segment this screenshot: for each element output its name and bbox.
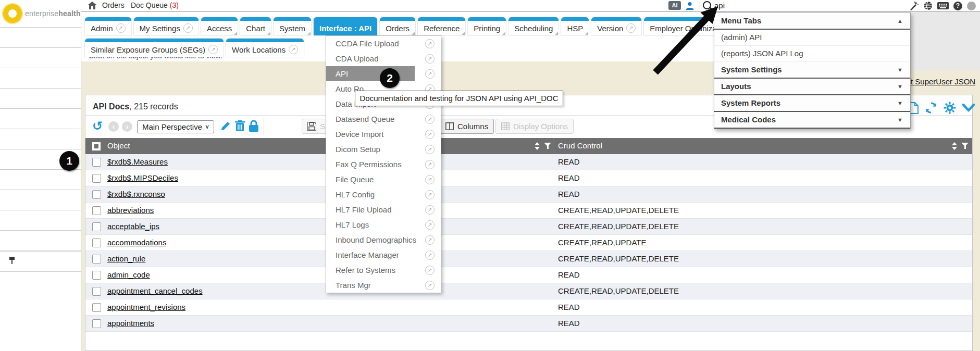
sidebar-item[interactable] [0,88,81,108]
object-link[interactable]: action_rule [107,254,145,263]
tab[interactable]: Interface : API [314,17,377,35]
external-arrow-icon[interactable]: ↗ [425,190,435,199]
menu-item[interactable]: Trans Mgr ↗ [326,278,441,293]
sidebar-item[interactable] [0,47,81,68]
search-dropdown-row[interactable]: (reports) JSON API Log [714,46,910,62]
object-link[interactable]: appointments [107,319,154,328]
tab[interactable]: Access [201,17,238,35]
orders-link[interactable]: Orders [102,1,125,9]
doc-queue-link[interactable]: Doc Queue (3) [131,1,179,9]
prev-page-icon[interactable]: ‹ [108,121,119,132]
row-checkbox[interactable] [92,271,101,280]
row-checkbox[interactable] [92,174,101,183]
external-arrow-icon[interactable]: ↗ [425,235,435,245]
menu-item[interactable]: Interface Manager ↗ [326,247,441,262]
tab[interactable]: Reference [418,17,465,35]
row-checkbox[interactable] [92,222,101,231]
row-checkbox[interactable] [92,303,101,312]
sidebar-item[interactable] [0,190,81,210]
external-arrow-icon[interactable]: ↗ [425,266,435,275]
menu-item[interactable]: Inbound Demographics ↗ [326,232,441,247]
tab[interactable]: Scheduling [508,17,559,35]
menu-item[interactable]: File Queue ↗ [326,172,441,187]
external-arrow-icon[interactable]: ↗ [425,115,435,124]
object-link[interactable]: appointment_revisions [107,303,185,311]
help-icon[interactable]: ? [953,2,962,10]
section-toggle-icon[interactable]: ▼ [897,62,903,78]
tab[interactable]: My Settings ↗ [134,17,199,35]
section-toggle-icon[interactable]: ▼ [897,112,903,128]
row-checkbox[interactable] [92,239,101,247]
wand-icon[interactable] [909,1,919,10]
menu-item[interactable]: Device Import ↗ [326,127,441,142]
object-link[interactable]: abbreviations [107,206,154,215]
search-dropdown-row[interactable]: Menu Tabs ▲ [714,13,910,30]
menu-item[interactable]: Datasend Queue ↗ [326,111,441,127]
menu-item[interactable]: HL7 Config ↗ [326,187,441,202]
external-arrow-icon[interactable]: ↗ [425,39,435,48]
external-arrow-icon[interactable]: ↗ [425,160,435,169]
row-checkbox[interactable] [92,255,101,264]
object-link[interactable]: acceptable_ips [107,222,159,231]
sidebar-item[interactable] [0,129,81,149]
superuser-link[interactable]: t SuperUser JSON [911,77,975,86]
undo-icon[interactable]: ↻ [92,119,103,133]
external-arrow-icon[interactable]: ↗ [425,54,435,64]
collapse-chevron-icon[interactable] [962,104,975,112]
external-arrow-icon[interactable]: ↗ [208,45,218,54]
tab[interactable]: Printing [468,17,506,35]
search-input[interactable]: api [714,1,725,10]
section-toggle-icon[interactable]: ▲ [897,13,903,29]
filter-funnel-icon[interactable] [544,142,551,149]
sidebar-item[interactable] [0,108,81,129]
filter-funnel-icon[interactable] [961,142,969,149]
external-arrow-icon[interactable]: ↗ [425,69,435,79]
tab[interactable]: Chart [240,17,271,35]
gear-icon[interactable] [944,102,956,114]
external-arrow-icon[interactable]: ↗ [425,250,435,260]
tab[interactable]: HSP [561,17,589,35]
column-header-crud-control[interactable]: Crud Control [558,141,602,150]
search-dropdown-row[interactable]: System Reports ▼ [714,95,910,112]
external-arrow-icon[interactable]: ↗ [425,205,435,215]
section-toggle-icon[interactable]: ▼ [897,95,903,111]
sidebar-item[interactable] [0,27,81,47]
object-link[interactable]: admin_code [107,270,150,279]
search-dropdown-row[interactable]: System Settings ▼ [714,62,910,79]
search-icon[interactable] [703,1,711,9]
delete-trash-icon[interactable] [235,120,245,132]
row-checkbox[interactable] [92,287,101,296]
row-checkbox[interactable] [92,319,101,328]
tab[interactable]: Admin ↗ [85,17,131,35]
keyboard-icon[interactable] [937,2,949,10]
external-arrow-icon[interactable]: ↗ [425,130,435,139]
refresh-icon[interactable] [925,102,937,114]
globe-icon[interactable] [923,1,933,10]
row-checkbox[interactable] [92,190,101,199]
lock-icon[interactable] [249,120,258,132]
menu-item[interactable]: CDA Upload ↗ [326,51,441,66]
menu-item[interactable]: HL7 Logs ↗ [326,217,441,232]
external-arrow-icon[interactable]: ↗ [289,45,298,54]
sidebar-pin-item[interactable] [0,251,81,272]
next-page-icon[interactable]: › [122,121,132,132]
object-link[interactable]: $rxdb$.rxnconso [107,190,165,198]
menu-item[interactable]: Dicom Setup ↗ [326,142,441,157]
sort-icon[interactable] [952,142,958,150]
menu-item[interactable]: HL7 File Upload ↗ [326,202,441,217]
sidebar-item[interactable] [0,210,81,230]
object-link[interactable]: appointment_cancel_codes [107,286,203,295]
menu-item[interactable]: CCDA File Upload ↗ [326,36,441,51]
ai-badge-icon[interactable]: AI [668,1,681,10]
sort-icon[interactable] [535,142,540,150]
section-toggle-icon[interactable]: ▼ [897,79,903,94]
external-arrow-icon[interactable]: ↗ [425,281,435,290]
external-arrow-icon[interactable]: ↗ [425,220,435,230]
status-circle-icon[interactable] [967,2,976,10]
sidebar-item[interactable] [0,169,81,190]
menu-item[interactable]: Refer to Systems ↗ [326,262,441,278]
sidebar-item[interactable] [0,68,81,88]
display-options-button[interactable]: Display Options [495,119,574,134]
search-dropdown-row[interactable]: (admin) API [714,30,910,46]
object-link[interactable]: $rxdb$.Measures [107,157,168,166]
